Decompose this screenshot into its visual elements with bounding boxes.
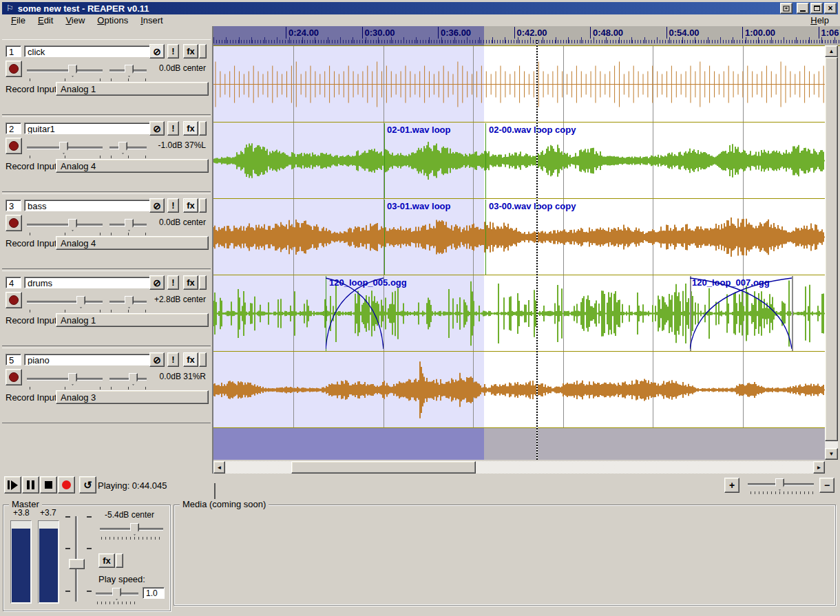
- track-mute-button[interactable]: ⊘: [149, 198, 165, 213]
- slider-tick: [30, 310, 30, 312]
- track-extra-button[interactable]: [199, 121, 207, 136]
- track-pan-slider[interactable]: [125, 296, 134, 308]
- play-speed-slider[interactable]: [112, 588, 121, 600]
- zoom-slider[interactable]: [775, 478, 784, 491]
- vertical-scroll-thumb[interactable]: [825, 57, 838, 441]
- track-volume-slider[interactable]: [59, 142, 68, 154]
- close-button[interactable]: ×: [824, 3, 837, 14]
- playback-cursor[interactable]: [536, 40, 538, 460]
- media-item-label[interactable]: 02-00.wav loop copy: [489, 125, 576, 135]
- scroll-up-button[interactable]: ▲: [825, 45, 838, 57]
- track-fx-button[interactable]: fx: [183, 198, 198, 213]
- pause-button[interactable]: [22, 476, 39, 493]
- master-fader[interactable]: [69, 559, 85, 569]
- track-record-arm-button[interactable]: [6, 138, 22, 154]
- media-section: Media (coming soon): [174, 505, 836, 606]
- track-record-arm-button[interactable]: [6, 215, 22, 231]
- track-pan-slider[interactable]: [129, 373, 138, 385]
- track-solo-button[interactable]: !: [167, 352, 179, 367]
- master-extra-button[interactable]: [116, 553, 123, 568]
- track-extra-button[interactable]: [199, 352, 207, 367]
- master-fx-button[interactable]: fx: [98, 553, 115, 568]
- media-item-label[interactable]: 02-01.wav loop: [387, 125, 450, 135]
- track-record-arm-button[interactable]: [6, 61, 22, 77]
- track-number[interactable]: 5: [6, 354, 21, 365]
- play-button[interactable]: [4, 476, 21, 493]
- track-pan-slider[interactable]: [125, 65, 134, 77]
- track-volume-slider[interactable]: [76, 296, 85, 308]
- record-input-label: Record Input:: [6, 392, 59, 403]
- track-volume-slider[interactable]: [68, 219, 77, 231]
- minimize-button[interactable]: [797, 3, 809, 14]
- track-mute-button[interactable]: ⊘: [149, 44, 165, 59]
- menu-item-view[interactable]: View: [59, 14, 91, 27]
- maximize-icon: [814, 6, 820, 11]
- track-volume-slider[interactable]: [68, 373, 77, 385]
- shade-window-button[interactable]: [780, 3, 792, 14]
- track-name-input[interactable]: click: [24, 45, 161, 57]
- menu-item-insert[interactable]: Insert: [134, 14, 169, 27]
- vertical-scrollbar[interactable]: ▲ ▼: [825, 45, 838, 460]
- track-name-input[interactable]: guitar1: [24, 123, 161, 134]
- record-input-select[interactable]: Analog 4: [56, 159, 209, 173]
- track-fx-button[interactable]: fx: [183, 275, 198, 290]
- menu-item-file[interactable]: File: [5, 14, 32, 27]
- track-solo-button[interactable]: !: [167, 44, 179, 59]
- master-volume-slider[interactable]: [130, 523, 139, 535]
- ruler-time-label: 1:00.00: [745, 28, 775, 38]
- stop-button[interactable]: [40, 476, 57, 493]
- record-button[interactable]: [58, 476, 75, 493]
- record-input-select[interactable]: Analog 3: [56, 390, 209, 404]
- item-edge: [384, 200, 385, 275]
- media-item-label[interactable]: 03-01.wav loop: [387, 201, 450, 211]
- track-fx-button[interactable]: fx: [183, 121, 198, 136]
- scroll-down-button[interactable]: ▼: [825, 448, 838, 460]
- zoom-out-button[interactable]: −: [819, 478, 834, 493]
- track-extra-button[interactable]: [199, 198, 207, 213]
- horizontal-scroll-thumb[interactable]: [291, 461, 476, 474]
- track-solo-button[interactable]: !: [167, 275, 179, 290]
- arrange-view[interactable]: 02-01.wav loop02-00.wav loop copy03-01.w…: [213, 45, 825, 428]
- play-speed-input[interactable]: 1.0: [143, 587, 165, 599]
- track-name-input[interactable]: drums: [24, 277, 161, 288]
- record-input-select[interactable]: Analog 1: [56, 313, 209, 327]
- track-mute-button[interactable]: ⊘: [149, 352, 165, 367]
- scroll-right-button[interactable]: ►: [813, 461, 825, 474]
- repeat-button[interactable]: ↺: [79, 476, 96, 493]
- track-record-arm-button[interactable]: [6, 292, 22, 308]
- track-mute-button[interactable]: ⊘: [149, 275, 165, 290]
- record-input-select[interactable]: Analog 4: [56, 236, 209, 250]
- track-number[interactable]: 3: [6, 200, 21, 211]
- menu-item-options[interactable]: Options: [91, 14, 134, 27]
- track-extra-button[interactable]: [199, 275, 207, 290]
- horizontal-scrollbar[interactable]: ◄ ►: [213, 461, 825, 474]
- track-pan-slider[interactable]: [118, 142, 127, 154]
- titlebar[interactable]: ⚐ some new test - REAPER v0.11 ×: [2, 2, 838, 14]
- menu-item-help[interactable]: Help: [804, 14, 835, 27]
- track-mute-button[interactable]: ⊘: [149, 121, 165, 136]
- track-pan-slider[interactable]: [125, 219, 134, 231]
- menu-item-edit[interactable]: Edit: [32, 14, 59, 27]
- track-number[interactable]: 4: [6, 277, 21, 288]
- zoom-in-button[interactable]: +: [724, 478, 739, 493]
- track-fx-button[interactable]: fx: [183, 44, 198, 59]
- scroll-left-button[interactable]: ◄: [213, 461, 225, 474]
- track-number[interactable]: 2: [6, 123, 21, 134]
- track-name-input[interactable]: bass: [24, 200, 161, 211]
- media-item-label[interactable]: 03-00.wav loop copy: [489, 201, 576, 211]
- maximize-button[interactable]: [810, 3, 823, 14]
- track-fx-button[interactable]: fx: [183, 352, 198, 367]
- track-solo-button[interactable]: !: [167, 198, 179, 213]
- track-name-input[interactable]: piano: [24, 354, 161, 365]
- track-extra-button[interactable]: [199, 44, 207, 59]
- track-volume-readout: -1.0dB 37%L: [123, 140, 206, 150]
- timeline-ruler[interactable]: 0:24.000:30.000:36.000:42.000:48.000:54.…: [213, 26, 840, 46]
- splitter-handle[interactable]: [214, 483, 216, 500]
- track-solo-button[interactable]: !: [167, 121, 179, 136]
- track-number[interactable]: 1: [6, 45, 21, 57]
- arrange-empty-area[interactable]: [213, 428, 825, 460]
- record-input-select[interactable]: Analog 1: [56, 82, 209, 96]
- slider-tick: [128, 78, 129, 81]
- track-record-arm-button[interactable]: [6, 369, 22, 385]
- track-volume-slider[interactable]: [68, 65, 77, 77]
